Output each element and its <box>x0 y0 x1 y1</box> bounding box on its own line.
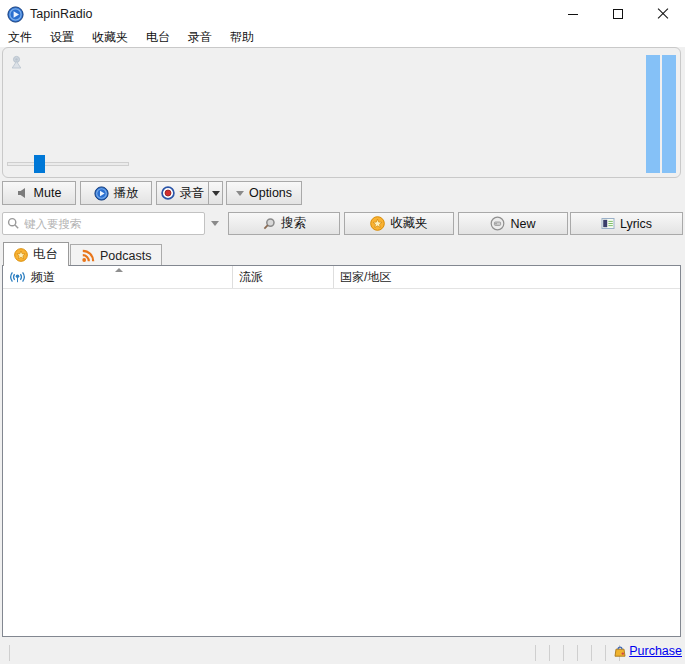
statusbar-separator <box>549 645 550 661</box>
player-display-panel <box>2 47 681 178</box>
lyrics-button[interactable]: Lyrics <box>570 212 683 235</box>
mute-button[interactable]: Mute <box>2 181 76 205</box>
maximize-button[interactable] <box>595 0 640 28</box>
radio-faded-icon <box>9 55 24 70</box>
volume-slider[interactable] <box>7 155 129 173</box>
tapinradio-window: { "window": { "title": "TapinRadio" }, "… <box>0 0 685 664</box>
chevron-down-icon <box>212 191 220 196</box>
search-history-dropdown[interactable] <box>207 212 223 235</box>
record-button[interactable]: 录音 <box>156 181 209 205</box>
search-row: 搜索 收藏夹 New <box>2 212 683 236</box>
options-button[interactable]: Options <box>226 181 302 205</box>
tab-podcasts[interactable]: Podcasts <box>70 244 162 266</box>
purchase-link[interactable]: Purchase <box>613 644 682 658</box>
volume-slider-handle[interactable] <box>34 155 45 173</box>
title-bar: TapinRadio <box>0 0 685 28</box>
maximize-icon <box>613 9 623 19</box>
menu-recording[interactable]: 录音 <box>181 28 219 48</box>
statusbar-separator <box>605 645 606 661</box>
window-title: TapinRadio <box>30 7 93 21</box>
tab-stations[interactable]: 电台 <box>3 242 69 266</box>
player-toolbar: Mute 播放 录音 Options <box>2 181 683 205</box>
speaker-icon <box>17 187 29 199</box>
menu-bar: 文件 设置 收藏夹 电台 录音 帮助 <box>0 28 685 47</box>
lyrics-icon <box>601 217 615 230</box>
window-controls <box>550 0 685 28</box>
record-icon <box>161 186 175 200</box>
column-header-genre[interactable]: 流派 <box>233 266 334 288</box>
table-header-row: 频道 流派 国家/地区 <box>3 266 680 289</box>
search-icon <box>7 217 20 230</box>
column-header-country[interactable]: 国家/地区 <box>334 266 680 288</box>
tab-bar: 电台 Podcasts <box>0 242 685 266</box>
stations-table: 频道 流派 国家/地区 <box>2 265 681 637</box>
search-button[interactable]: 搜索 <box>228 212 340 235</box>
play-label: 播放 <box>114 185 139 202</box>
search-box <box>2 212 205 235</box>
favorites-button-label: 收藏夹 <box>390 215 428 232</box>
table-body-empty[interactable] <box>3 289 680 636</box>
column-genre-label: 流派 <box>239 269 263 286</box>
purchase-link-label: Purchase <box>629 644 682 658</box>
broadcast-icon <box>9 270 26 284</box>
vu-meter-left <box>646 55 660 173</box>
star-badge-icon <box>14 248 28 262</box>
menu-favorites[interactable]: 收藏夹 <box>85 28 135 48</box>
new-button[interactable]: New <box>458 212 568 235</box>
statusbar-separator <box>563 645 564 661</box>
favorites-button[interactable]: 收藏夹 <box>344 212 454 235</box>
mute-label: Mute <box>34 186 62 200</box>
column-country-label: 国家/地区 <box>340 269 391 286</box>
app-logo-icon <box>7 6 24 23</box>
minimize-button[interactable] <box>550 0 595 28</box>
rss-icon <box>81 249 95 263</box>
lyrics-button-label: Lyrics <box>620 217 652 231</box>
star-badge-icon <box>370 216 385 231</box>
statusbar-separator <box>591 645 592 661</box>
search-button-label: 搜索 <box>281 215 306 232</box>
statusbar-separator <box>535 645 536 661</box>
close-button[interactable] <box>640 0 685 28</box>
chevron-down-icon <box>211 221 219 226</box>
menu-settings[interactable]: 设置 <box>43 28 81 48</box>
sort-ascending-icon <box>115 268 123 272</box>
play-button[interactable]: 播放 <box>80 181 152 205</box>
menu-help[interactable]: 帮助 <box>223 28 261 48</box>
vu-meter-right <box>662 55 676 173</box>
purchase-icon <box>613 644 627 658</box>
search-magnifier-icon <box>262 217 276 231</box>
close-icon <box>657 8 669 20</box>
statusbar-separator <box>577 645 578 661</box>
minimize-icon <box>568 14 578 15</box>
play-icon <box>94 186 109 201</box>
status-bar: Purchase <box>0 642 685 664</box>
menu-file[interactable]: 文件 <box>8 28 39 48</box>
statusbar-separator <box>9 645 10 661</box>
record-label: 录音 <box>180 185 205 202</box>
volume-slider-track[interactable] <box>7 162 129 166</box>
chevron-down-icon <box>236 191 244 196</box>
column-channel-label: 频道 <box>31 269 55 286</box>
tab-podcasts-label: Podcasts <box>100 249 151 263</box>
tab-stations-label: 电台 <box>33 246 58 263</box>
search-input[interactable] <box>20 218 204 230</box>
menu-stations[interactable]: 电台 <box>139 28 177 48</box>
new-stations-icon <box>490 216 505 231</box>
record-dropdown-button[interactable] <box>208 181 223 205</box>
new-button-label: New <box>510 217 535 231</box>
options-label: Options <box>249 186 292 200</box>
